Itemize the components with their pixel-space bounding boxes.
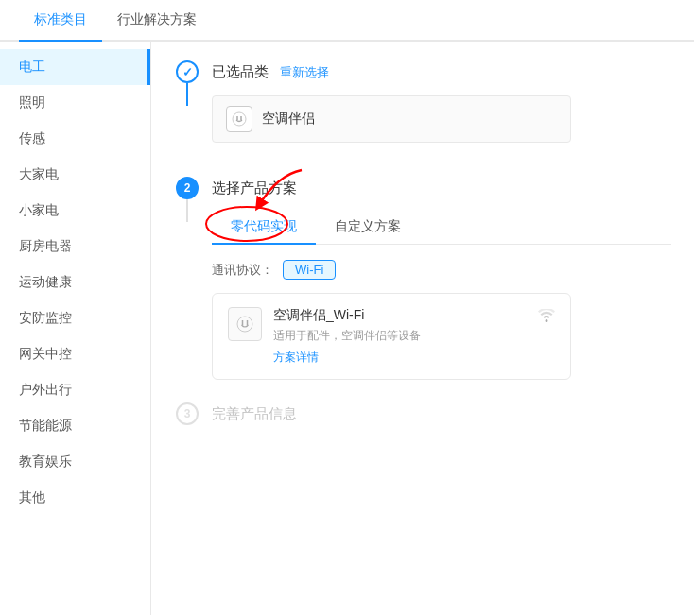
- step3-circle: 3: [176, 402, 199, 425]
- sidebar: 电工 照明 传感 大家电 小家电 厨房电器 运动健康 安防监控 网关中控 户外出…: [0, 42, 151, 615]
- sidebar-item-outdoor[interactable]: 户外出行: [0, 372, 150, 408]
- step2-section: 2 选择产品方案: [174, 177, 671, 380]
- wifi-signal-icon: [538, 309, 555, 322]
- step2-connector: 2: [174, 177, 200, 222]
- sidebar-item-sports[interactable]: 运动健康: [0, 265, 150, 300]
- sidebar-item-sensor[interactable]: 传感: [0, 121, 150, 157]
- product-card: 空调伴侣_Wi-Fi 适用于配件，空调伴侣等设备 方案详情: [212, 293, 571, 380]
- sidebar-item-other[interactable]: 其他: [0, 480, 150, 516]
- svg-point-0: [233, 112, 246, 126]
- step1-circle: ✓: [176, 60, 199, 83]
- step3-section: 3 完善产品信息: [174, 402, 671, 436]
- content-area: ✓ 已选品类 重新选择: [151, 42, 694, 615]
- product-plug-icon: [236, 316, 253, 333]
- sidebar-item-lighting[interactable]: 照明: [0, 85, 150, 121]
- reselect-link[interactable]: 重新选择: [280, 65, 329, 79]
- main-layout: 电工 照明 传感 大家电 小家电 厨房电器 运动健康 安防监控 网关中控 户外出…: [0, 42, 694, 615]
- category-item: 空调伴侣: [212, 95, 571, 143]
- product-link[interactable]: 方案详情: [273, 350, 527, 366]
- tab-zero-code[interactable]: 零代码实现: [212, 211, 316, 245]
- sidebar-item-electrical[interactable]: 电工: [0, 49, 150, 85]
- solution-tabs: 零代码实现 自定义方案: [212, 211, 671, 245]
- plug-icon: [232, 111, 247, 127]
- sidebar-item-energy[interactable]: 节能能源: [0, 408, 150, 444]
- sidebar-item-small-appliance[interactable]: 小家电: [0, 193, 150, 229]
- step1-section: ✓ 已选品类 重新选择: [174, 60, 671, 154]
- sidebar-item-appliance[interactable]: 大家电: [0, 157, 150, 193]
- sidebar-item-gateway[interactable]: 网关中控: [0, 336, 150, 372]
- arrow-container: 零代码实现 自定义方案: [212, 211, 671, 245]
- step2-title: 选择产品方案: [212, 177, 671, 199]
- protocol-row: 通讯协议： Wi-Fi: [212, 260, 671, 280]
- protocol-label: 通讯协议：: [212, 262, 273, 279]
- product-desc: 适用于配件，空调伴侣等设备: [273, 328, 527, 344]
- checkmark-icon: ✓: [182, 65, 193, 79]
- tab-industry[interactable]: 行业解决方案: [102, 0, 212, 42]
- tab-custom[interactable]: 自定义方案: [316, 211, 420, 245]
- step3-connector: 3: [174, 402, 200, 425]
- step2-content: 选择产品方案: [212, 177, 671, 380]
- step2-circle: 2: [176, 177, 199, 199]
- step1-content: 已选品类 重新选择 空调伴侣: [212, 60, 671, 154]
- top-tab-bar: 标准类目 行业解决方案: [0, 0, 694, 42]
- step1-title: 已选品类 重新选择: [212, 60, 671, 84]
- wifi-icon: [538, 309, 555, 326]
- step3-content: 完善产品信息: [212, 402, 671, 436]
- step1-line: [186, 83, 188, 106]
- category-name: 空调伴侣: [262, 111, 315, 128]
- sidebar-item-security[interactable]: 安防监控: [0, 300, 150, 336]
- protocol-wifi[interactable]: Wi-Fi: [283, 260, 336, 280]
- step3-title: 完善产品信息: [212, 402, 671, 425]
- product-name: 空调伴侣_Wi-Fi: [273, 307, 527, 324]
- zero-code-tab-wrapper: 零代码实现: [212, 211, 316, 244]
- step1-connector: ✓: [174, 60, 200, 106]
- sidebar-item-kitchen[interactable]: 厨房电器: [0, 229, 150, 265]
- sidebar-item-edu[interactable]: 教育娱乐: [0, 444, 150, 480]
- product-info: 空调伴侣_Wi-Fi 适用于配件，空调伴侣等设备 方案详情: [273, 307, 527, 366]
- tab-standard[interactable]: 标准类目: [19, 0, 102, 42]
- category-icon: [226, 106, 252, 132]
- svg-point-5: [237, 317, 252, 332]
- product-icon: [228, 307, 262, 341]
- step1-title-text: 已选品类: [212, 63, 269, 79]
- step2-line: [186, 199, 188, 222]
